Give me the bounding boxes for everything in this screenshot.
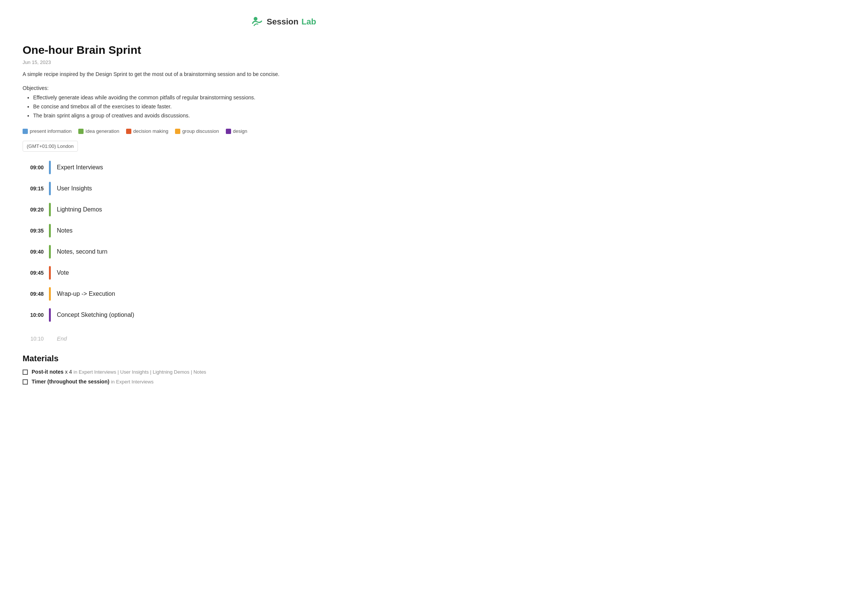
schedule-bar-3 (49, 224, 51, 238)
schedule-end: 10:10 End (23, 335, 316, 342)
legend-label-decision: decision making (133, 128, 168, 134)
page-description: A simple recipe inspired by the Design S… (23, 70, 316, 78)
schedule-bar-7 (49, 308, 51, 322)
legend-color-idea (78, 129, 84, 134)
schedule-label-7: Concept Sketching (optional) (57, 311, 134, 318)
sessionlab-icon (250, 15, 264, 29)
legend-color-present (23, 129, 28, 134)
schedule-time-3: 09:35 (23, 228, 49, 234)
header: SessionLab (23, 15, 316, 29)
schedule-label-1: User Insights (57, 185, 92, 192)
schedule-bar-1 (49, 182, 51, 195)
material-item-0: Post-it notes x 4 in Expert Interviews |… (23, 369, 316, 375)
objectives-label: Objectives: (23, 85, 316, 91)
material-text-0: Post-it notes x 4 in Expert Interviews |… (32, 369, 206, 375)
legend-label-present: present information (30, 128, 72, 134)
end-time: 10:10 (23, 335, 49, 342)
schedule-bar-4 (49, 245, 51, 259)
legend-label-idea: idea generation (85, 128, 119, 134)
legend-item-idea: idea generation (78, 128, 119, 134)
logo: SessionLab (250, 15, 317, 29)
objectives-list: Effectively generate ideas while avoidin… (23, 93, 316, 120)
legend-item-present: present information (23, 128, 72, 134)
schedule-label-6: Wrap-up -> Execution (57, 291, 115, 297)
schedule-row-7: 10:00 Concept Sketching (optional) (23, 308, 316, 322)
schedule-row-0: 09:00 Expert Interviews (23, 161, 316, 174)
legend-color-group (175, 129, 180, 134)
schedule-bar-6 (49, 287, 51, 301)
schedule-row-5: 09:45 Vote (23, 266, 316, 280)
timezone: (GMT+01:00) London (23, 141, 78, 152)
logo-lab-text: Lab (302, 17, 316, 27)
schedule-label-3: Notes (57, 227, 73, 234)
schedule-bar-0 (49, 161, 51, 174)
legend-item-design: design (226, 128, 247, 134)
schedule-time-5: 09:45 (23, 270, 49, 276)
schedule-time-2: 09:20 (23, 207, 49, 213)
schedule-row-2: 09:20 Lightning Demos (23, 203, 316, 217)
objective-1: Effectively generate ideas while avoidin… (33, 93, 316, 102)
legend-item-decision: decision making (126, 128, 168, 134)
legend-color-design (226, 129, 231, 134)
legend-color-decision (126, 129, 131, 134)
material-item-1: Timer (throughout the session) in Expert… (23, 378, 316, 384)
checkbox-0[interactable] (23, 369, 28, 375)
objective-3: The brain sprint aligns a group of creat… (33, 111, 316, 120)
materials-title: Materials (23, 354, 316, 363)
page-title: One-hour Brain Sprint (23, 44, 316, 56)
schedule: 09:00 Expert Interviews 09:15 User Insig… (23, 161, 316, 322)
schedule-time-0: 09:00 (23, 165, 49, 171)
schedule-time-6: 09:48 (23, 291, 49, 297)
schedule-label-0: Expert Interviews (57, 164, 103, 171)
schedule-label-2: Lightning Demos (57, 206, 102, 213)
schedule-time-7: 10:00 (23, 312, 49, 318)
legend-item-group: group discussion (175, 128, 219, 134)
schedule-row-4: 09:40 Notes, second turn (23, 245, 316, 259)
logo-session-text: Session (267, 17, 299, 27)
page-date: Jun 15, 2023 (23, 59, 316, 65)
schedule-row-3: 09:35 Notes (23, 224, 316, 238)
objective-2: Be concise and timebox all of the exerci… (33, 102, 316, 111)
material-name-1: Timer (throughout the session) (32, 378, 110, 384)
schedule-label-4: Notes, second turn (57, 249, 107, 255)
checkbox-1[interactable] (23, 379, 28, 384)
legend: present information idea generation deci… (23, 128, 316, 134)
end-label: End (57, 335, 67, 342)
schedule-bar-2 (49, 203, 51, 217)
material-sub-1: in Expert Interviews (111, 379, 154, 384)
material-sub-0: in Expert Interviews | User Insights | L… (73, 369, 206, 375)
schedule-time-1: 09:15 (23, 186, 49, 192)
schedule-label-5: Vote (57, 270, 69, 276)
schedule-time-4: 09:40 (23, 249, 49, 255)
material-suffix-0: x 4 (64, 369, 73, 375)
svg-point-0 (254, 17, 258, 21)
legend-label-design: design (233, 128, 247, 134)
schedule-row-6: 09:48 Wrap-up -> Execution (23, 287, 316, 301)
material-name-0: Post-it notes (32, 369, 64, 375)
schedule-bar-5 (49, 266, 51, 280)
schedule-row-1: 09:15 User Insights (23, 182, 316, 195)
material-text-1: Timer (throughout the session) in Expert… (32, 378, 154, 384)
legend-label-group: group discussion (182, 128, 219, 134)
